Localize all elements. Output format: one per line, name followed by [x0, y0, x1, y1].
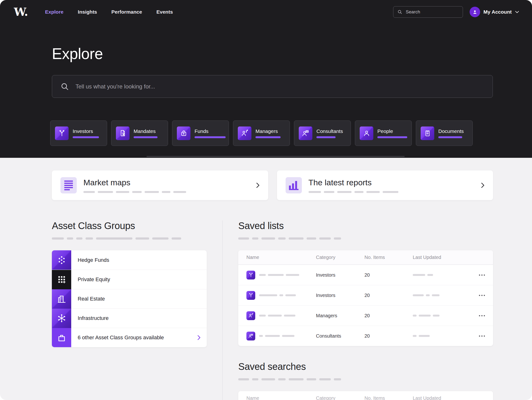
table-row[interactable]: Managers 20 — [238, 305, 493, 326]
nav-item-insights[interactable]: Insights — [78, 9, 97, 15]
categories-scrollbar[interactable] — [146, 156, 405, 157]
page: W. Explore Insights Performance Events — [0, 0, 532, 400]
category-stat-bar — [377, 136, 407, 138]
hero: Explore — [0, 24, 532, 98]
category-card-documents[interactable]: Documents — [416, 121, 473, 146]
category-card-investors[interactable]: Investors — [50, 121, 107, 146]
list-item-private-equity[interactable]: Private Equity — [52, 270, 207, 289]
account-label: My Account — [483, 9, 512, 15]
funds-icon — [177, 127, 190, 140]
table-row[interactable]: Investors 20 — [238, 265, 493, 285]
row-menu-icon[interactable] — [470, 292, 485, 298]
list-item-label: Infrastructure — [78, 315, 109, 321]
hero-search-input[interactable] — [76, 83, 484, 90]
content-section: Market maps The latest reports — [0, 158, 532, 400]
nav-item-performance[interactable]: Performance — [111, 9, 142, 15]
managers-icon — [238, 127, 251, 140]
list-item-hedge-funds[interactable]: Hedge Funds — [52, 250, 207, 270]
table-header: Name Category No. Items Last Updated — [238, 250, 493, 265]
search-icon — [60, 82, 69, 91]
promo-cards: Market maps The latest reports — [0, 158, 532, 200]
market-maps-card[interactable]: Market maps — [52, 170, 268, 200]
hero-search[interactable] — [52, 75, 493, 98]
row-menu-icon[interactable] — [470, 272, 485, 278]
row-items: 20 — [364, 293, 413, 298]
topnav-search[interactable] — [393, 6, 463, 18]
reports-icon — [285, 177, 302, 194]
row-category: Investors — [316, 272, 364, 278]
buildings-icon — [52, 289, 71, 309]
skeleton-updated — [413, 274, 470, 276]
column-header-category: Category — [316, 395, 364, 400]
category-stat-bar — [255, 136, 281, 138]
skeleton-updated — [413, 315, 470, 316]
category-label: Consultants — [317, 128, 343, 134]
mandates-icon — [116, 127, 130, 140]
category-stat-bar — [317, 136, 336, 138]
category-stat-bar — [195, 136, 226, 138]
list-item-real-estate[interactable]: Real Estate — [52, 289, 207, 309]
avatar — [470, 7, 480, 17]
consultants-icon — [247, 332, 255, 341]
category-card-people[interactable]: People — [355, 121, 412, 146]
category-card-mandates[interactable]: Mandates — [111, 121, 168, 146]
table-row[interactable]: Consultants 20 — [238, 326, 493, 346]
promo-title: Market maps — [83, 178, 186, 187]
category-label: Mandates — [133, 128, 158, 134]
skeleton-name — [259, 335, 294, 337]
category-stat-bar — [133, 136, 158, 138]
row-items: 20 — [364, 333, 413, 339]
hero-section: W. Explore Insights Performance Events — [0, 0, 532, 158]
managers-icon — [247, 311, 255, 320]
category-cards: Investors Mandates Funds — [0, 98, 532, 146]
category-card-consultants[interactable]: Consultants — [294, 121, 351, 146]
grid-plus-icon — [52, 270, 71, 289]
investors-icon — [55, 127, 69, 140]
skeleton-text — [83, 191, 186, 193]
category-label: Funds — [195, 128, 226, 134]
category-stat-bar — [73, 136, 99, 138]
category-card-funds[interactable]: Funds — [172, 121, 229, 146]
saved-section: Saved lists Name Category No. Items Last… — [238, 220, 493, 400]
page-title: Explore — [52, 45, 493, 63]
saved-lists-table: Name Category No. Items Last Updated — [238, 250, 493, 346]
skeleton-updated — [413, 294, 470, 296]
row-category: Managers — [316, 313, 364, 318]
list-item-infrastructure[interactable]: Infrastructure — [52, 309, 207, 328]
dots-cluster-icon — [52, 250, 71, 270]
skeleton-text — [238, 237, 493, 239]
chevron-right-icon — [256, 182, 260, 188]
topnav-right: My Account — [393, 6, 519, 18]
table-header: Name Category No. Items Last Updated — [238, 391, 493, 400]
latest-reports-card[interactable]: The latest reports — [277, 170, 493, 200]
category-card-managers[interactable]: Managers — [233, 121, 290, 146]
skeleton-name — [259, 274, 299, 276]
skeleton-text — [238, 378, 493, 381]
table-row[interactable]: Investors 20 — [238, 285, 493, 305]
brand-logo[interactable]: W. — [14, 6, 28, 18]
list-item-label: Private Equity — [78, 276, 110, 283]
asset-class-groups-title: Asset Class Groups — [52, 220, 222, 231]
column-header-updated: Last Updated — [413, 395, 470, 400]
account-menu[interactable]: My Account — [470, 7, 519, 17]
nav-item-explore[interactable]: Explore — [45, 9, 63, 15]
column-header-items: No. Items — [364, 395, 413, 400]
row-menu-icon[interactable] — [470, 333, 485, 339]
skeleton-name — [259, 315, 295, 316]
row-items: 20 — [364, 313, 413, 318]
topnav-search-input[interactable] — [406, 9, 464, 15]
column-header-items: No. Items — [364, 255, 413, 260]
column-header-updated: Last Updated — [413, 255, 470, 260]
chevron-right-icon — [197, 335, 201, 340]
list-item-label: Real Estate — [78, 296, 105, 302]
category-label: Investors — [73, 128, 99, 134]
nav-item-events[interactable]: Events — [156, 9, 173, 15]
skeleton-text — [309, 191, 399, 193]
row-menu-icon[interactable] — [470, 313, 485, 319]
category-label: Managers — [255, 128, 281, 134]
skeleton-updated — [413, 335, 470, 337]
row-category: Investors — [316, 293, 364, 298]
row-category: Consultants — [316, 333, 364, 339]
list-item-more-groups[interactable]: 6 other Asset Class Groups available — [52, 328, 207, 347]
investors-icon — [247, 291, 255, 300]
